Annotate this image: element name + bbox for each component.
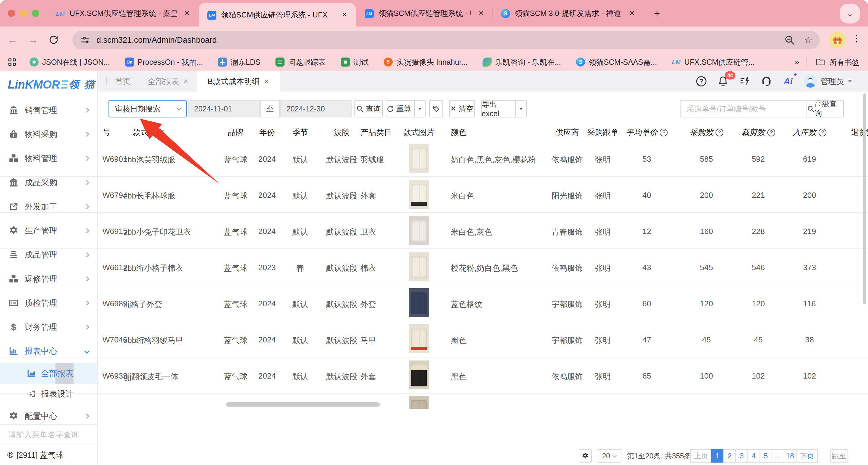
style-image[interactable] xyxy=(409,324,429,353)
style-image[interactable] xyxy=(409,361,429,389)
export-dropdown[interactable]: ▼ xyxy=(516,101,526,117)
style-image[interactable] xyxy=(409,216,429,245)
export-excel-button[interactable]: 导出excel xyxy=(482,101,513,117)
style-image[interactable] xyxy=(409,144,429,173)
page-number-button[interactable]: 4 xyxy=(747,449,760,463)
help-icon[interactable]: ? xyxy=(715,129,723,136)
table-header: 号 款式名称 品牌 年份 季节 波段 产品类目 款式图片 颜色 供应商 采购跟单… xyxy=(0,125,868,140)
horizontal-scrollbar[interactable] xyxy=(226,402,380,406)
app-tab[interactable]: 全部报表 ✕ xyxy=(139,71,197,92)
app-logo[interactable]: LinKMOR Ξ 领 猫 xyxy=(0,71,97,98)
url-bar[interactable]: d.scm321.com/Admin/Dashboard ☆ xyxy=(72,31,820,49)
close-tab-icon[interactable]: ✕ xyxy=(339,11,350,19)
fullscreen-window-icon[interactable] xyxy=(32,10,39,17)
order-search-input[interactable] xyxy=(687,104,807,113)
notifications-button[interactable]: 44 xyxy=(717,76,729,87)
close-tab-icon[interactable]: ✕ xyxy=(264,78,269,85)
date-from-input[interactable]: 2024-11-01 xyxy=(188,100,260,118)
page-number-button[interactable]: ... xyxy=(772,449,784,463)
menu-search-input[interactable] xyxy=(8,430,89,439)
clear-button[interactable]: ✕ 清空 xyxy=(449,100,475,118)
next-page-button[interactable]: 下页 xyxy=(796,449,818,463)
zoom-out-icon[interactable] xyxy=(784,34,795,46)
browser-menu-icon[interactable]: ⋮ xyxy=(851,33,862,44)
headset-icon xyxy=(761,76,772,87)
date-type-select[interactable]: 审核日期搜索 xyxy=(108,100,187,118)
forward-button[interactable]: → xyxy=(25,32,41,47)
bookmark-item[interactable]: 测试 xyxy=(341,57,369,67)
url-text[interactable]: d.scm321.com/Admin/Dashboard xyxy=(96,36,775,45)
page-number-button[interactable]: 3 xyxy=(735,449,748,463)
browser-profile-avatar[interactable] xyxy=(830,32,846,48)
user-menu[interactable]: 管理员 xyxy=(804,75,852,88)
sidebar-item[interactable]: 销售管理 xyxy=(0,98,97,122)
app-tab[interactable]: B款式成本明细 ✕ xyxy=(197,71,280,92)
close-window-icon[interactable] xyxy=(8,10,15,17)
minimize-window-icon[interactable] xyxy=(20,10,27,17)
style-image[interactable] xyxy=(409,180,429,209)
prev-page-button[interactable]: 上页 xyxy=(690,449,712,463)
page-number-button[interactable]: 5 xyxy=(760,449,772,463)
page-number-button[interactable]: 2 xyxy=(723,449,736,463)
advanced-search-button[interactable]: 高级查询 xyxy=(807,100,844,118)
close-tab-icon[interactable]: ✕ xyxy=(182,9,192,17)
vertical-scrollbar[interactable] xyxy=(863,93,866,304)
screen: LM UFX.SCM供应链管理系统 - 秦皇 ✕ LM 领猫SCM供应链管理系统… xyxy=(0,0,868,465)
help-button[interactable]: ? xyxy=(695,76,707,87)
query-button[interactable]: 查询 xyxy=(354,100,383,118)
export-excel-split-button[interactable]: 导出excel ▼ xyxy=(481,100,527,118)
bookmark-item[interactable]: 乐凯咨询 - 乐凯在... xyxy=(483,57,561,67)
browser-tab[interactable]: S 领猫SCM 3.0-提研发需求 - 禅道 ✕ xyxy=(493,0,643,27)
sidebar-menu-search[interactable] xyxy=(0,424,97,444)
browser-tab[interactable]: LM 领猫SCM供应链管理系统 - UFX ✕ xyxy=(199,3,355,27)
window-controls[interactable] xyxy=(0,10,48,17)
site-settings-icon[interactable] xyxy=(80,35,90,45)
tag-button[interactable] xyxy=(429,100,443,118)
order-search-box[interactable] xyxy=(680,100,807,118)
recalculate-dropdown[interactable]: ▼ xyxy=(414,101,425,117)
help-icon[interactable]: ? xyxy=(767,129,775,136)
recalculate-split-button[interactable]: 重算 ▼ xyxy=(386,100,426,118)
recalculate-button[interactable]: 重算 xyxy=(386,101,412,117)
bookmark-item[interactable]: S 领猫SCM-SAAS需... xyxy=(576,57,657,67)
help-icon[interactable]: ? xyxy=(818,129,827,136)
all-bookmarks-button[interactable]: 所有书签 xyxy=(807,57,868,67)
browser-tab[interactable]: LM UFX.SCM供应链管理系统 - 秦皇 ✕ xyxy=(48,0,198,27)
help-icon[interactable]: ? xyxy=(660,129,668,136)
bookmark-item[interactable]: 问题跟踪表 xyxy=(276,57,326,67)
bookmark-item[interactable]: On ProcessOn - 我的... xyxy=(125,57,203,67)
support-button[interactable] xyxy=(761,76,772,87)
sidebar-item-label: 报表设计 xyxy=(41,389,73,399)
reload-button[interactable] xyxy=(46,32,61,47)
bookmark-item[interactable]: S 实况摄像头 Innahur... xyxy=(384,57,467,67)
bookmark-item[interactable]: JSON在线 | JSON... xyxy=(30,57,110,67)
quick-actions-button[interactable] xyxy=(739,76,750,87)
browser-tab[interactable]: LM 领猫SCM供应链管理系统 - UFX ✕ xyxy=(356,0,493,27)
tab-search-chevron[interactable]: ⌄ xyxy=(840,4,860,24)
colors-cell: 蓝色格纹 xyxy=(451,299,482,309)
apps-grid-icon[interactable] xyxy=(8,59,16,66)
bookmark-item[interactable]: 澜东LDS xyxy=(218,57,260,67)
bookmarks-overflow-icon[interactable]: » xyxy=(795,57,799,67)
app-tab[interactable]: 首页 ✕ xyxy=(107,71,139,92)
bookmark-item[interactable]: LM UFX.SCM供应链管... xyxy=(672,57,755,67)
jump-to-page-button[interactable]: 跳至 xyxy=(830,449,848,463)
page-number-button[interactable]: 18 xyxy=(784,449,797,463)
page-size-select[interactable]: 20 xyxy=(597,449,621,463)
tenant-label[interactable]: ® [2911] 蓝气球 xyxy=(0,444,97,465)
table-settings-button[interactable] xyxy=(579,449,592,463)
style-image[interactable] xyxy=(409,288,429,317)
style-image[interactable] xyxy=(409,252,429,281)
close-tab-icon[interactable]: ✕ xyxy=(183,78,188,85)
page-number-button[interactable]: 1 xyxy=(711,449,724,463)
new-tab-button[interactable]: + xyxy=(647,3,667,24)
close-tab-icon[interactable]: ✕ xyxy=(627,9,637,17)
browser-tab-title: 领猫SCM供应链管理系统 - UFX xyxy=(378,8,471,19)
bookmark-label: 测试 xyxy=(353,57,369,67)
bookmark-star-icon[interactable]: ☆ xyxy=(804,34,812,46)
ai-assistant-button[interactable]: Ai ✦ xyxy=(782,76,794,87)
bookmark-label: ProcessOn - 我的... xyxy=(138,57,203,67)
date-to-input[interactable]: 2024-12-30 xyxy=(280,100,352,118)
close-tab-icon[interactable]: ✕ xyxy=(476,9,487,17)
back-button[interactable]: ← xyxy=(5,32,21,47)
